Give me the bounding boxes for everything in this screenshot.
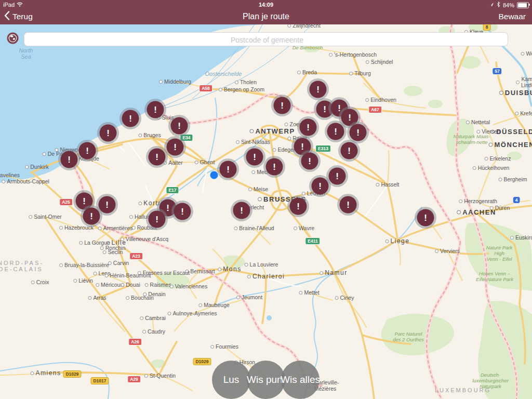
bluetooth-icon bbox=[497, 2, 500, 8]
location-services-icon bbox=[489, 2, 494, 8]
road-shield: D1029 bbox=[193, 358, 211, 365]
route-alert-marker[interactable]: ! bbox=[341, 142, 358, 159]
route-alert-marker[interactable]: ! bbox=[329, 168, 346, 185]
top-chrome: iPad 14:09 bbox=[0, 0, 532, 24]
route-alert-marker[interactable]: ! bbox=[83, 208, 100, 225]
route-alert-marker[interactable]: ! bbox=[149, 211, 166, 228]
route-alert-marker[interactable]: ! bbox=[417, 209, 434, 227]
route-alert-marker[interactable]: ! bbox=[301, 153, 318, 170]
route-alert-marker[interactable]: ! bbox=[149, 149, 166, 166]
globe-icon[interactable] bbox=[7, 32, 19, 44]
route-alert-marker[interactable]: ! bbox=[79, 142, 96, 159]
search-bar-row bbox=[0, 24, 532, 47]
road-shield: 57 bbox=[492, 68, 502, 75]
road-shield: A67 bbox=[368, 106, 382, 113]
route-alert-marker[interactable]: ! bbox=[100, 125, 117, 142]
road-shield: A29 bbox=[127, 376, 141, 383]
route-alert-marker[interactable]: ! bbox=[274, 97, 291, 114]
route-alert-marker[interactable]: ! bbox=[147, 101, 164, 118]
route-alert-marker[interactable]: ! bbox=[340, 196, 357, 214]
road-shield: A23 bbox=[129, 252, 143, 260]
battery-icon bbox=[517, 2, 529, 8]
route-alert-marker[interactable]: ! bbox=[312, 178, 329, 195]
route-alert-marker[interactable]: ! bbox=[310, 81, 327, 98]
route-alert-marker[interactable]: ! bbox=[167, 139, 184, 156]
battery-percent: 84% bbox=[503, 2, 514, 8]
search-input[interactable] bbox=[24, 33, 510, 47]
road-shield: E411 bbox=[305, 237, 320, 245]
battery-fill bbox=[518, 3, 527, 7]
road-shield: D1017 bbox=[90, 377, 109, 384]
route-alert-marker[interactable]: ! bbox=[290, 198, 307, 215]
road-shield: E313 bbox=[315, 145, 331, 152]
route-alert-marker[interactable]: ! bbox=[350, 124, 367, 141]
road-shield: A25 bbox=[59, 198, 73, 206]
route-alert-marker[interactable]: ! bbox=[327, 123, 344, 140]
status-time: 14:09 bbox=[0, 2, 532, 8]
search-field-container bbox=[24, 32, 508, 46]
road-shield: A58 bbox=[199, 85, 212, 92]
route-alert-marker[interactable]: ! bbox=[76, 193, 93, 210]
clear-point-button[interactable]: Wis punt bbox=[247, 361, 285, 399]
route-alert-marker[interactable]: ! bbox=[61, 151, 78, 168]
route-alert-marker[interactable]: ! bbox=[341, 109, 358, 126]
route-alert-marker[interactable]: ! bbox=[300, 119, 317, 136]
status-bar: iPad 14:09 bbox=[0, 0, 532, 10]
save-button[interactable]: Bewaar bbox=[498, 12, 526, 21]
map[interactable]: North SeaOosterscheldeNORD-PAS- DE-CALAI… bbox=[0, 0, 532, 399]
route-alert-marker[interactable]: ! bbox=[122, 110, 139, 127]
route-alert-marker[interactable]: ! bbox=[171, 117, 188, 135]
road-shield: D1029 bbox=[63, 370, 81, 378]
road-shield: E17 bbox=[166, 187, 179, 194]
app-screen: North SeaOosterscheldeNORD-PAS- DE-CALAI… bbox=[0, 0, 532, 399]
loop-button[interactable]: Lus bbox=[212, 361, 250, 399]
nav-bar: Terug Plan je route Bewaar bbox=[0, 10, 532, 24]
route-alert-marker[interactable]: ! bbox=[174, 203, 191, 220]
route-alert-marker[interactable]: ! bbox=[246, 149, 263, 166]
battery-nub bbox=[529, 4, 530, 6]
route-alert-marker[interactable]: ! bbox=[220, 161, 237, 178]
route-alert-marker[interactable]: ! bbox=[99, 196, 116, 214]
route-alert-marker[interactable]: ! bbox=[266, 158, 283, 176]
road-shield: E34 bbox=[180, 134, 193, 141]
road-shield: A26 bbox=[128, 338, 142, 345]
road-shield: 4 bbox=[513, 196, 521, 204]
page-title: Plan je route bbox=[0, 12, 532, 21]
user-location-dot bbox=[210, 171, 219, 180]
route-alert-marker[interactable]: ! bbox=[233, 202, 250, 219]
clear-all-button[interactable]: Wis alles bbox=[281, 361, 320, 399]
